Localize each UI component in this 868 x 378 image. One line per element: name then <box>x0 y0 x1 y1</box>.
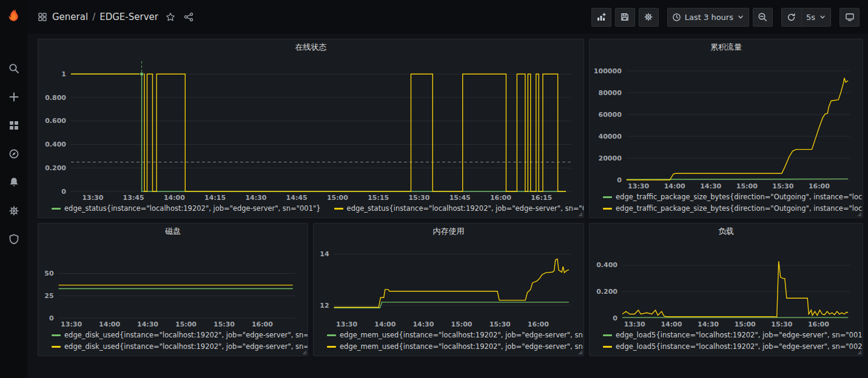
legend-swatch <box>334 208 343 210</box>
legend-item[interactable]: edge_disk_used{instance="localhost:19202… <box>52 342 303 351</box>
legend-label: edge_disk_used{instance="localhost:19202… <box>64 330 308 340</box>
legend-item[interactable]: edge_traffic_package_size_bytes{directio… <box>603 204 858 213</box>
panel-header[interactable]: 负载 <box>590 224 863 239</box>
chart-memory-usage[interactable]: 121413:3014:0014:3015:0015:3016:00 <box>317 240 580 329</box>
svg-text:14:30: 14:30 <box>698 320 719 328</box>
panel-resize-handle[interactable] <box>302 350 306 354</box>
legend-item[interactable]: edge_mem_used{instance="localhost:19202"… <box>327 330 579 340</box>
legend-label: edge_traffic_package_size_bytes{directio… <box>616 204 863 213</box>
legend-label: edge_mem_used{instance="localhost:19202"… <box>340 342 584 351</box>
legend-label: edge_load5{instance="localhost:19202", j… <box>616 330 863 340</box>
svg-text:14:00: 14:00 <box>164 194 185 202</box>
refresh-interval-label: 5s <box>806 13 815 22</box>
panel-disk: 磁盘 0255013:3014:0014:3015:0015:3016:00 e… <box>38 223 308 356</box>
svg-text:13:30: 13:30 <box>82 194 103 202</box>
panel-memory-usage: 内存使用 121413:3014:0014:3015:0015:3016:00 … <box>313 223 584 356</box>
legend-swatch <box>603 196 612 198</box>
legend-swatch <box>603 334 612 336</box>
svg-text:50: 50 <box>44 270 54 277</box>
panel-resize-handle[interactable] <box>857 212 861 216</box>
svg-text:15:15: 15:15 <box>368 194 389 202</box>
add-panel-button[interactable] <box>591 8 611 27</box>
svg-text:0.800: 0.800 <box>45 94 66 102</box>
chart-disk[interactable]: 0255013:3014:0014:3015:0015:3016:00 <box>42 240 304 329</box>
configuration-gear-icon[interactable] <box>0 196 27 225</box>
nav-sidebar <box>0 0 27 378</box>
alerting-bell-icon[interactable] <box>0 168 27 196</box>
svg-text:16:15: 16:15 <box>531 194 552 202</box>
svg-text:14:15: 14:15 <box>204 194 226 202</box>
kiosk-tv-button[interactable] <box>839 8 860 27</box>
svg-text:15:30: 15:30 <box>772 182 793 190</box>
svg-text:0.200: 0.200 <box>45 164 66 172</box>
create-plus-icon[interactable] <box>0 82 27 111</box>
svg-text:15:00: 15:00 <box>735 320 756 328</box>
explore-compass-icon[interactable] <box>0 139 27 168</box>
dashboards-icon[interactable] <box>0 111 27 139</box>
panel-header[interactable]: 磁盘 <box>38 224 308 239</box>
legend-item[interactable]: edge_load5{instance="localhost:19202", j… <box>603 330 858 340</box>
chart-cumulative-traffic[interactable]: 02000040000600008000010000013:3014:0014:… <box>593 56 859 191</box>
svg-text:16:00: 16:00 <box>809 182 830 190</box>
svg-text:15:00: 15:00 <box>736 182 758 190</box>
breadcrumb-folder[interactable]: General <box>52 12 88 22</box>
panel-title: 在线状态 <box>295 42 327 53</box>
svg-text:14:30: 14:30 <box>700 182 721 190</box>
breadcrumb-dashboard-title[interactable]: EDGE-Server <box>99 12 158 22</box>
svg-text:14:30: 14:30 <box>412 320 434 328</box>
panel-header[interactable]: 在线状态 <box>38 39 584 55</box>
chart-load[interactable]: 00.2000.40013:3014:0014:3015:0015:3016:0… <box>593 240 859 329</box>
svg-text:16:00: 16:00 <box>252 320 273 328</box>
panel-resize-handle[interactable] <box>857 350 861 354</box>
share-dashboard-button[interactable] <box>183 11 195 23</box>
legend-item[interactable]: edge_load5{instance="localhost:19202", j… <box>603 342 858 351</box>
legend-item[interactable]: edge_traffic_package_size_bytes{directio… <box>603 192 858 202</box>
search-icon[interactable] <box>0 54 27 82</box>
legend-item[interactable]: edge_disk_used{instance="localhost:19202… <box>52 330 303 340</box>
refresh-dashboard-button[interactable] <box>781 8 801 27</box>
legend-item[interactable]: edge_status{instance="localhost:19202", … <box>52 204 321 213</box>
svg-text:14:00: 14:00 <box>661 320 682 328</box>
svg-text:0: 0 <box>613 314 617 322</box>
gear-icon <box>644 12 653 22</box>
save-dashboard-button[interactable] <box>615 8 635 27</box>
server-admin-shield-icon[interactable] <box>0 225 27 253</box>
svg-text:80000: 80000 <box>599 89 622 97</box>
panel-resize-handle[interactable] <box>578 212 582 216</box>
time-picker-button[interactable]: Last 3 hours <box>667 8 749 27</box>
star-dashboard-button[interactable] <box>164 11 177 23</box>
panel-title: 磁盘 <box>165 226 181 237</box>
refresh-interval-button[interactable]: 5s <box>801 8 831 27</box>
legend: edge_traffic_package_size_bytes{directio… <box>590 191 863 217</box>
svg-text:13:30: 13:30 <box>336 320 357 328</box>
panel-header[interactable]: 累积流量 <box>590 39 863 55</box>
legend-item[interactable]: edge_status{instance="localhost:19202", … <box>334 204 584 213</box>
clock-icon <box>672 13 681 22</box>
breadcrumb-separator: / <box>92 12 95 22</box>
panel-title: 内存使用 <box>433 226 465 237</box>
svg-text:14:30: 14:30 <box>137 320 158 328</box>
dashboard-grid-icon <box>38 12 47 22</box>
zoom-out-button[interactable] <box>753 8 773 27</box>
svg-text:0.400: 0.400 <box>596 261 617 269</box>
svg-text:0: 0 <box>49 314 54 322</box>
svg-text:15:00: 15:00 <box>175 320 197 328</box>
legend-item[interactable]: edge_mem_used{instance="localhost:19202"… <box>327 342 579 351</box>
dashboard-grid: 在线状态 00.2000.4000.6000.800113:3013:4514:… <box>27 34 868 378</box>
chart-online-status[interactable]: 00.2000.4000.6000.800113:3013:4514:0014:… <box>42 56 580 202</box>
topbar-actions: Last 3 hours 5s <box>591 8 860 27</box>
svg-text:0.200: 0.200 <box>596 288 617 296</box>
svg-text:13:45: 13:45 <box>123 194 144 202</box>
breadcrumb-area: General / EDGE-Server <box>38 11 195 23</box>
svg-text:16:00: 16:00 <box>808 320 829 328</box>
panel-resize-handle[interactable] <box>578 350 582 354</box>
legend-swatch <box>52 334 61 336</box>
panel-header[interactable]: 内存使用 <box>314 224 584 239</box>
dashboard-settings-button[interactable] <box>639 8 659 27</box>
grafana-logo[interactable] <box>0 5 27 26</box>
legend-swatch <box>603 346 612 348</box>
svg-text:13:30: 13:30 <box>624 320 645 328</box>
svg-text:0: 0 <box>617 176 622 184</box>
svg-text:0.600: 0.600 <box>45 117 66 125</box>
chevron-down-icon <box>737 13 744 21</box>
